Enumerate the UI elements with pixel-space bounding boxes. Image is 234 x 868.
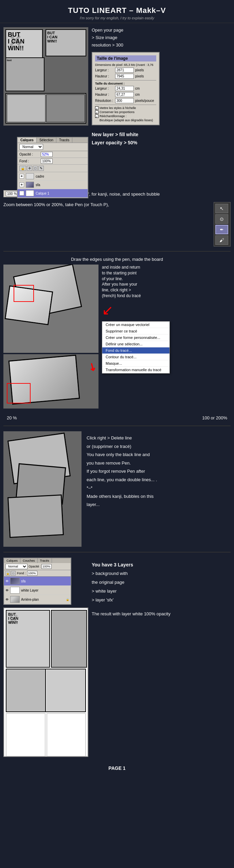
label-20: 20 %	[3, 414, 20, 422]
manga-cell-1: BUTI CANWIN!! ✕	[6, 610, 50, 668]
taille-cb1-checkbox[interactable]	[95, 106, 98, 110]
context-menu-item-masque-vectoriel[interactable]: Créer un masque vectoriel	[102, 322, 169, 328]
layer-opacity-instruction: Layer opacity > 50%	[92, 140, 231, 146]
taille-largeur-input[interactable]: 2871	[115, 68, 134, 73]
draw-instruction-3: of your line.	[102, 276, 231, 282]
taille-doc-title: Taille du document :	[95, 82, 156, 85]
context-menu-item-transformation[interactable]: Transformation manuelle du tracé	[102, 367, 169, 373]
section6-text-7: Made others kanji, bubbles on this	[87, 493, 231, 500]
drawing-canvas	[3, 265, 98, 353]
context-menu-item-masque[interactable]: Masque...	[102, 360, 169, 367]
layers-panel2: Calques Couches Tracés Normal Opacité : …	[3, 558, 71, 605]
layers-tool1: ✛	[27, 166, 32, 171]
taille-doc-hauteur-label: Hauteur :	[95, 93, 114, 96]
taille-hauteur-input[interactable]: 7945	[115, 74, 134, 79]
context-menu: Créer un masque vectoriel Supprimer ce t…	[102, 321, 170, 374]
context-menu-item-supprimer[interactable]: Supprimer ce tracé	[102, 328, 169, 334]
layers-tab2-couches[interactable]: Couches	[20, 558, 38, 563]
layer2-eye-bg: 👁	[5, 598, 9, 601]
section4: Draw the edges using the pen, made the b…	[0, 253, 234, 412]
section1: BUTI CANWIN!! ✕ BUTI CANWIN!! text	[0, 23, 234, 130]
section6-text-1: or (supprimer ce tracé)	[87, 443, 231, 450]
layer-item-cadre[interactable]: 👁 cadre	[18, 172, 88, 181]
tool-pen[interactable]: ✒	[215, 225, 228, 234]
taille-resolution-input[interactable]: 300	[115, 98, 134, 103]
layer2-item-bg[interactable]: 👁 Arrière-plan 🔒	[4, 595, 71, 604]
lock-icon: 🔒	[19, 166, 26, 171]
taille-hauteur-label: Hauteur :	[95, 74, 114, 78]
layers-panel2-mode-dropdown[interactable]: Normal	[5, 564, 28, 569]
layer2-eye-sfa: 👁	[5, 579, 9, 583]
layers-panel2-fill-value[interactable]: 100%	[27, 571, 37, 576]
layers-tabs: Calques Sélection Tracés	[18, 138, 88, 143]
layers-tab-traces[interactable]: Tracés	[56, 138, 72, 143]
draw-left: ↘	[3, 265, 98, 409]
taille-resolution-label: Résolution :	[95, 99, 114, 103]
layer-eye-cadre: 👁	[19, 174, 24, 179]
layers-panel2-fill-label: Fond :	[16, 571, 26, 576]
taille-doc-hauteur-row: Hauteur : 67,27 cm	[95, 92, 156, 97]
layer2-item-white[interactable]: 👁 white Layer	[4, 586, 71, 595]
section7-left: Calques Couches Tracés Normal Opacité : …	[3, 558, 88, 757]
manga-image-main: BUTI CANWIN!! ✕ BUTI CANWIN!! text	[3, 27, 88, 126]
layers-tab-calques[interactable]: Calques	[18, 138, 37, 143]
layer2-lock-icon: 🔒	[5, 571, 10, 576]
layer-eye-sfa: 👁	[19, 182, 24, 187]
layers-tab-selection[interactable]: Sélection	[37, 138, 56, 143]
layer2-name-sfa: sfa	[21, 579, 69, 583]
layers-panel2-icons: 🔒 □ Fond : 100%	[4, 570, 71, 577]
layer2-lock-bg: 🔒	[66, 598, 69, 601]
section7-instruction-2: the original page	[92, 579, 231, 586]
layer-item-sfa[interactable]: 👁 sfa	[18, 181, 88, 189]
section6-text-3: you have remove Pen.	[87, 460, 231, 467]
layers-mode-dropdown[interactable]: Normal	[19, 144, 43, 150]
big-manga-page: BUTI CANWIN!! ✕	[3, 608, 88, 757]
context-menu-item-fond-trace[interactable]: Fond du tracé...	[102, 347, 169, 354]
taille-largeur-unit: pixels	[135, 68, 144, 72]
context-menu-item-selection[interactable]: Définir une sélection...	[102, 341, 169, 347]
taille-cb1-row: Mettre les styles à l'échelle	[95, 106, 156, 110]
red-box-1	[14, 285, 34, 302]
section6-text-4: If you forgot remove Pen after	[87, 468, 231, 475]
layer-item-calque1[interactable]: 👁 Calque 1	[18, 189, 88, 198]
section7-instruction-1: > background with	[92, 570, 231, 577]
section2-right: New layer > fill white Layer opacity > 5…	[92, 131, 231, 146]
manga-cell-white-2	[47, 713, 86, 757]
layers-opacity-value[interactable]: 52%	[41, 152, 53, 157]
zoom-labels-row: 20 % 100 or 200%	[0, 412, 234, 424]
tool-brush[interactable]: 🖌	[215, 235, 228, 245]
taille-doc-largeur-label: Largeur :	[95, 87, 114, 90]
layers-fill-value[interactable]: 100%	[41, 159, 53, 164]
zoom-instruction-wrapper: Zoom between 100% or 200%, take Pen (or …	[3, 202, 207, 207]
layers-panel2-tabs: Calques Couches Tracés	[4, 558, 71, 563]
section6-content: Click right > Delete line or (supprimer …	[3, 431, 231, 547]
layers-panel2-opacity-value[interactable]: 100%	[41, 564, 52, 569]
layer-eye-calque1: 👁	[19, 191, 24, 196]
context-menu-item-forme[interactable]: Créer une forme personnalisée...	[102, 334, 169, 341]
drawing-canvas-2: ↘	[3, 354, 98, 409]
taille-doc-largeur-unit: cm	[135, 87, 140, 90]
manga-x-mark: ✕	[7, 612, 19, 627]
taille-cb3-checkbox[interactable]	[95, 114, 98, 118]
layer2-item-sfa[interactable]: 👁 sfa	[4, 577, 71, 586]
section6-panels-bg	[3, 431, 82, 547]
layers-tab2-calques[interactable]: Calques	[4, 558, 20, 563]
divider3	[3, 552, 231, 553]
layers-tab2-traces[interactable]: Tracés	[38, 558, 52, 563]
taille-panel-title: Taille de l'image	[95, 55, 156, 61]
layers-panel2-opacity: Opacité : 100%	[29, 564, 52, 569]
taille-doc-hauteur-input[interactable]: 67,27	[115, 92, 134, 97]
draw-instruction-6: (french) fond du tracé	[102, 293, 231, 299]
taille-cb4-label: Bicubique (adapté aux dégradés lisses)	[95, 119, 156, 122]
tool-select[interactable]: ↖	[215, 204, 228, 213]
taille-cb2-checkbox[interactable]	[95, 110, 98, 114]
section7: Calques Couches Tracés Normal Opacité : …	[0, 554, 234, 760]
layer-name-calque1: Calque 1	[36, 192, 86, 195]
taille-doc-largeur-input[interactable]: 24,31	[115, 86, 134, 91]
section6-text-6: *–*	[87, 485, 231, 491]
section7-content: Calques Couches Tracés Normal Opacité : …	[3, 558, 231, 757]
tool-lasso[interactable]: ⊙	[215, 214, 228, 224]
context-menu-item-contour[interactable]: Contour du tracé...	[102, 354, 169, 360]
section6-panel3	[7, 494, 64, 538]
section2-instructions: New layer > fill white Layer opacity > 5…	[92, 131, 231, 146]
